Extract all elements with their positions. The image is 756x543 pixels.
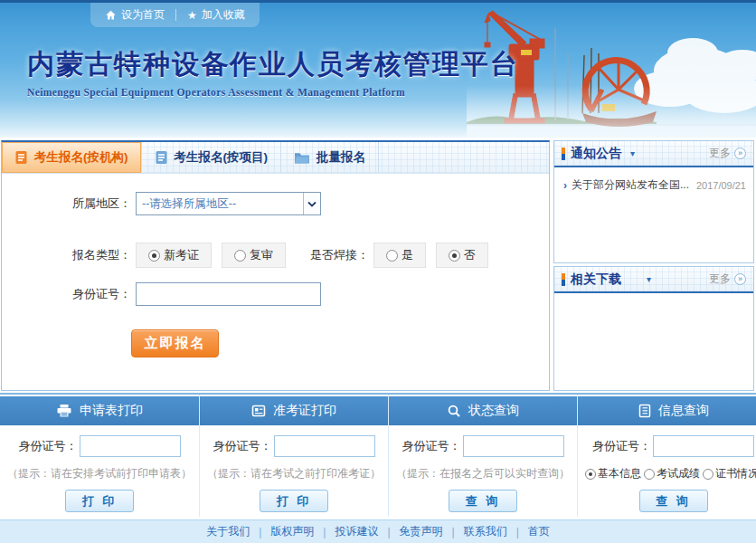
notice-more-link[interactable]: 更多 » [709,146,746,161]
service-title: 状态查询 [468,403,519,419]
tab-label: 考生报名(按机构) [34,149,128,166]
search-icon [447,404,461,418]
status-query-hint: （提示：在报名之后可以实时查询） [396,466,570,481]
star-icon: ★ [187,10,197,21]
printer-icon [56,404,72,418]
tab-batch-register[interactable]: 批量报名 [281,142,379,173]
application-print-header: 申请表打印 [0,396,199,425]
id-number-input[interactable] [136,282,321,306]
weld-no-radio[interactable] [449,250,460,262]
caret-down-icon[interactable]: ▾ [647,274,651,284]
notice-item-date: 2017/09/21 [696,180,746,191]
footer-link-contact[interactable]: 联系我们 [464,524,507,539]
info-query-id-input[interactable] [653,435,754,457]
notebook-icon [638,404,651,418]
folder-icon [294,151,310,164]
notice-title: 通知公告 [571,146,621,162]
radio-label: 是 [402,247,413,263]
exam-score-radio[interactable] [644,469,655,480]
document-icon [155,150,168,165]
radio-option-exam-score[interactable]: 考试成绩 [644,466,700,481]
sidebar: 通知公告 ▾ 更多 » › 关于部分网站发布全国... 2017/09/21 [553,140,754,391]
service-application-print: 申请表打印 身份证号： （提示：请在安排考试前打印申请表） 打 印 [0,395,199,517]
info-query-button[interactable]: 查 询 [639,490,708,512]
downloads-title: 相关下载 [571,272,621,288]
admission-print-hint: （提示：请在考试之前打印准考证） [207,466,381,481]
footer-link-copyright[interactable]: 版权声明 [270,524,314,539]
footer-link-about[interactable]: 关于我们 [206,524,250,539]
notice-item[interactable]: › 关于部分网站发布全国... 2017/09/21 [554,167,753,193]
home-icon [105,9,117,21]
set-home-link[interactable]: 设为首页 [105,7,165,23]
status-query-id-input[interactable] [463,435,564,457]
radio-option-review[interactable]: 复审 [222,243,286,268]
site-title: 内蒙古特种设备作业人员考核管理平台 [27,46,519,83]
new-cert-radio[interactable] [148,250,160,262]
tab-bar: 考生报名(按机构) 考生报名(按项目) 批量报名 [2,142,549,174]
status-query-header: 状态查询 [389,396,577,425]
radio-option-weld-no[interactable]: 否 [436,243,488,268]
region-select[interactable]: --请选择所属地区-- [136,192,321,215]
footer-link-disclaimer[interactable]: 免责声明 [400,524,443,539]
admission-print-button[interactable]: 打 印 [260,490,328,512]
tab-label: 批量报名 [317,149,365,166]
review-radio[interactable] [234,250,246,262]
radio-label: 新考证 [164,247,199,263]
radio-option-weld-yes[interactable]: 是 [373,243,426,268]
notice-list: › 关于部分网站发布全国... 2017/09/21 [554,167,753,193]
id-number-label: 身份证号： [402,438,461,454]
quicklinks-bar: 设为首页 ★ 加入收藏 [90,3,260,27]
arrow-right-icon: › [563,179,567,192]
footer-separator: | [452,526,455,538]
section-marker [562,148,565,160]
add-favorite-label: 加入收藏 [202,7,245,23]
footer: 关于我们 | 版权声明 | 投诉建议 | 免责声明 | 联系我们 | 首页 [0,519,756,543]
registration-panel: 考生报名(按机构) 考生报名(按项目) 批量报名 所属地区： --请选择所属地区… [1,140,550,391]
site-subtitle: Neimenggu Special Equipment Operators As… [27,87,519,98]
radio-label: 复审 [250,247,273,263]
footer-separator: | [323,526,326,538]
more-label: 更多 [709,272,731,287]
region-select-value: --请选择所属地区-- [137,196,303,212]
weld-label: 是否焊接： [310,247,369,263]
application-print-id-input[interactable] [80,435,181,457]
footer-separator: | [516,526,519,538]
page: 设为首页 ★ 加入收藏 内蒙古特种设备作业人员考核管理平台 Neimenggu … [0,0,756,543]
downloads-more-link[interactable]: 更多 » [709,272,746,287]
cert-status-radio[interactable] [703,469,713,480]
double-arrow-icon: » [734,273,746,285]
tab-register-by-project[interactable]: 考生报名(按项目) [142,142,282,173]
radio-option-new-cert[interactable]: 新考证 [136,243,212,268]
tab-label: 考生报名(按项目) [175,149,269,166]
footer-link-complaint[interactable]: 投诉建议 [335,524,378,539]
tab-register-by-org[interactable]: 考生报名(按机构) [2,142,142,173]
id-number-label: 身份证号： [213,438,272,454]
region-label: 所属地区： [56,195,131,212]
id-number-label: 身份证号： [592,438,651,454]
register-now-button[interactable]: 立即报名 [131,329,219,357]
application-print-hint: （提示：请在安排考试前打印申请表） [7,466,192,481]
radio-label: 基本信息 [598,466,641,481]
chevron-down-icon [303,193,320,214]
radio-option-cert-status[interactable]: 证书情况 [703,466,756,481]
footer-link-home[interactable]: 首页 [528,524,550,539]
status-query-button[interactable]: 查 询 [449,490,517,512]
service-admission-print: 准考证打印 身份证号： （提示：请在考试之前打印准考证） 打 印 [199,395,388,517]
add-favorite-link[interactable]: ★ 加入收藏 [187,7,245,23]
radio-option-basic-info[interactable]: 基本信息 [585,466,641,481]
weld-yes-radio[interactable] [386,250,398,262]
radio-label: 考试成绩 [657,466,700,481]
basic-info-radio[interactable] [585,469,596,480]
notice-box: 通知公告 ▾ 更多 » › 关于部分网站发布全国... 2017/09/21 [553,140,754,263]
registration-form: 所属地区： --请选择所属地区-- 报名类型： 新考证 [2,174,549,357]
quicklinks-divider [175,9,176,21]
caret-down-icon[interactable]: ▾ [630,148,635,158]
admission-print-id-input[interactable] [274,435,375,457]
service-title: 申请表打印 [80,403,143,419]
info-query-header: 信息查询 [578,396,756,425]
card-icon [251,404,266,418]
application-print-button[interactable]: 打 印 [65,490,134,512]
notice-item-text: 关于部分网站发布全国... [572,177,693,193]
radio-label: 证书情况 [715,466,756,481]
downloads-box: 相关下载 ▾ 更多 » [553,266,754,391]
